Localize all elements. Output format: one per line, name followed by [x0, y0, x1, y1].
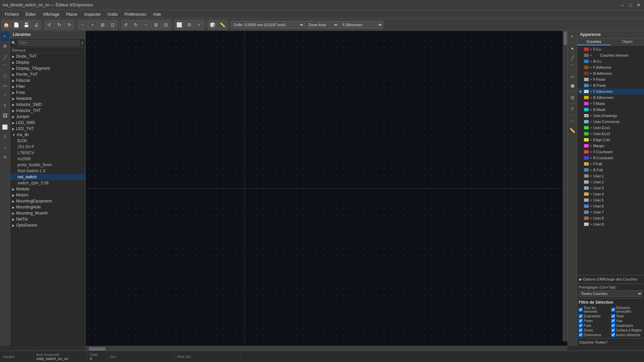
filter-checkbox-right-1[interactable]	[611, 314, 615, 318]
lib-item-13-5[interactable]: Red-Switch-1-3	[10, 168, 85, 174]
minimize-button[interactable]: –	[620, 2, 625, 8]
layer-row-1[interactable]: ●Couches internes	[577, 52, 644, 58]
measure-button[interactable]: 📏	[218, 20, 227, 29]
lib-group-header-17[interactable]: ▶MountingHole	[10, 204, 85, 210]
new-button[interactable]: 📄	[11, 20, 21, 29]
menu-item-fichiers[interactable]: Fichiers	[1, 10, 22, 18]
library-search-input[interactable]	[17, 40, 79, 46]
rect-draw-tool[interactable]: ▭	[568, 72, 577, 81]
layer-row-27[interactable]: ●User.7	[577, 209, 644, 215]
snap-tool[interactable]: ●	[568, 44, 577, 53]
menu-item-outils[interactable]: Outils	[104, 10, 121, 18]
drc-button[interactable]: ✓	[195, 20, 204, 29]
lib-item-13-0[interactable]: B10K	[10, 138, 85, 144]
arc-tool[interactable]: ⌒	[1, 62, 9, 71]
lib-group-header-20[interactable]: ▶OptoDevice	[10, 222, 85, 228]
filter-checkbox-left-0[interactable]	[579, 308, 583, 312]
lib-group-header-7[interactable]: ▶Heatsink	[10, 96, 85, 102]
erase-tool[interactable]: ✕	[1, 153, 9, 162]
layer-row-23[interactable]: ●User.3	[577, 185, 644, 191]
filter-checkbox-left-4[interactable]	[579, 328, 583, 332]
text-right-tool[interactable]: T	[568, 105, 577, 114]
lib-item-13-4[interactable]: porte_fusible_5mm	[10, 162, 85, 168]
lib-group-header-13[interactable]: ▼ma_lib	[10, 132, 85, 138]
line-draw-tool[interactable]: ╱	[568, 53, 577, 62]
vertical-scrollbar[interactable]	[563, 31, 568, 341]
image-tool[interactable]: 🖼	[1, 111, 9, 120]
zoom-in-button[interactable]: +	[88, 20, 97, 29]
layer-row-2[interactable]: ●B.Cu	[577, 58, 644, 64]
lib-group-header-18[interactable]: ▶Mounting_Wuerth	[10, 210, 85, 216]
layer-row-22[interactable]: ●User.2	[577, 179, 644, 185]
canvas-area[interactable]	[86, 31, 568, 346]
layer-row-8[interactable]: ●B.Silkscreen	[577, 95, 644, 101]
layer-select[interactable]: F.Silkscreen	[339, 21, 383, 29]
lib-item-13-7[interactable]: switch_2pin_5.08	[10, 180, 85, 186]
lib-group-header-6[interactable]: ▶Fuse	[10, 89, 85, 96]
settings-button[interactable]: ⚙	[184, 20, 194, 29]
lib-group-header-15[interactable]: ▶Motors	[10, 192, 85, 198]
layer-row-17[interactable]: ●F.Courtyard	[577, 149, 644, 155]
layer-row-28[interactable]: ●User.8	[577, 215, 644, 221]
cursor-tool[interactable]: ↖	[568, 32, 577, 41]
tab-objects[interactable]: Objets	[611, 39, 644, 45]
layer-row-4[interactable]: ●B.Adhesive	[577, 70, 644, 76]
filter-checkbox-right-5[interactable]	[611, 333, 615, 337]
lib-item-13-6[interactable]: red_switch	[10, 174, 85, 180]
filter-checkbox-left-1[interactable]	[579, 314, 583, 318]
h-scrollbar-thumb[interactable]	[89, 347, 106, 351]
options-toggle[interactable]: ▶ Options d'Affichage des Couches	[579, 277, 643, 282]
filter-checkbox-right-0[interactable]	[611, 308, 615, 312]
measure-tool[interactable]: ↔	[1, 143, 9, 152]
layer-row-25[interactable]: ●User.5	[577, 197, 644, 203]
layer-row-9[interactable]: ●F.Mask	[577, 101, 644, 107]
v-scrollbar-thumb[interactable]	[564, 32, 567, 45]
layer-row-29[interactable]: ●User.9	[577, 221, 644, 227]
lib-group-header-5[interactable]: ▶Filter	[10, 83, 85, 89]
filter-checkbox-right-4[interactable]	[611, 328, 615, 332]
poly-tool[interactable]: ⬡	[1, 72, 9, 80]
menu-item-aide[interactable]: Aide	[150, 10, 164, 18]
menu-item-préférences[interactable]: Préférences	[121, 10, 150, 18]
pad-button[interactable]: ⬜	[174, 20, 184, 29]
poly-draw-tool[interactable]: ⬟	[568, 81, 577, 90]
lib-group-header-4[interactable]: ▶Fiducial	[10, 77, 85, 83]
menu-item-éditer[interactable]: Éditer	[22, 10, 39, 18]
menu-item-placer[interactable]: Placer	[63, 10, 81, 18]
horizontal-scrollbar[interactable]	[86, 346, 568, 351]
layer-row-26[interactable]: ●User.6	[577, 203, 644, 209]
filter-checkbox-left-5[interactable]	[579, 333, 583, 337]
layer-row-15[interactable]: ●Edge.Cuts	[577, 137, 644, 143]
lib-item-13-3[interactable]: lm2596	[10, 156, 85, 162]
lib-group-header-14[interactable]: ▶Module	[10, 186, 85, 192]
flip-right-tool[interactable]: ↔	[568, 117, 577, 125]
layer-row-24[interactable]: ●User.4	[577, 191, 644, 197]
redo-button[interactable]: ↻	[55, 20, 64, 29]
zoom-select[interactable]: Zoom Auto	[305, 21, 339, 29]
align-button[interactable]: ⊞	[151, 20, 161, 29]
circle-tool[interactable]: ○	[1, 90, 9, 99]
print-button[interactable]: 🖨	[32, 20, 41, 29]
grid-select[interactable]: Grille: 0,5000 mm (0,0197 inch)	[231, 21, 305, 29]
layer-row-6[interactable]: ●B.Paste	[577, 82, 644, 88]
layer-row-5[interactable]: ●F.Paste	[577, 76, 644, 82]
lib-group-header-1[interactable]: ▶Display	[10, 59, 85, 65]
menu-item-affichage[interactable]: Affichage	[39, 10, 63, 18]
lib-item-13-1[interactable]: JS1-5V-F	[10, 144, 85, 150]
text-tool[interactable]: T	[1, 102, 9, 111]
select-tool[interactable]: ↖	[1, 32, 9, 41]
line-tool[interactable]: ╱	[1, 53, 9, 62]
layer-row-11[interactable]: ●User.Drawings	[577, 113, 644, 119]
layer-row-3[interactable]: ●F.Adhesive	[577, 64, 644, 70]
lib-group-header-10[interactable]: ▶Jumper	[10, 114, 85, 120]
kicad-home-button[interactable]: 🏠	[1, 20, 11, 29]
lib-group-header-9[interactable]: ▶Inductor_THT	[10, 108, 85, 114]
layer-row-16[interactable]: ●Margin	[577, 143, 644, 149]
lib-item-13-2[interactable]: L7805CV	[10, 150, 85, 156]
filter-checkbox-right-3[interactable]	[611, 323, 615, 327]
distribute-button[interactable]: ⊟	[161, 20, 171, 29]
lib-group-header-2[interactable]: ▶Display_7Segment	[10, 65, 85, 71]
save-button[interactable]: 💾	[21, 20, 31, 29]
refresh-button[interactable]: ↻	[65, 20, 74, 29]
clear-search-icon[interactable]: ✕	[81, 41, 84, 45]
